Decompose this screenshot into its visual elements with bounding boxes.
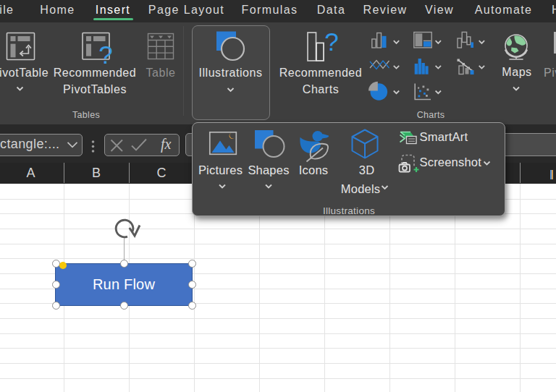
svg-text:?: ? xyxy=(98,41,112,69)
svg-text:?: ? xyxy=(324,27,338,56)
